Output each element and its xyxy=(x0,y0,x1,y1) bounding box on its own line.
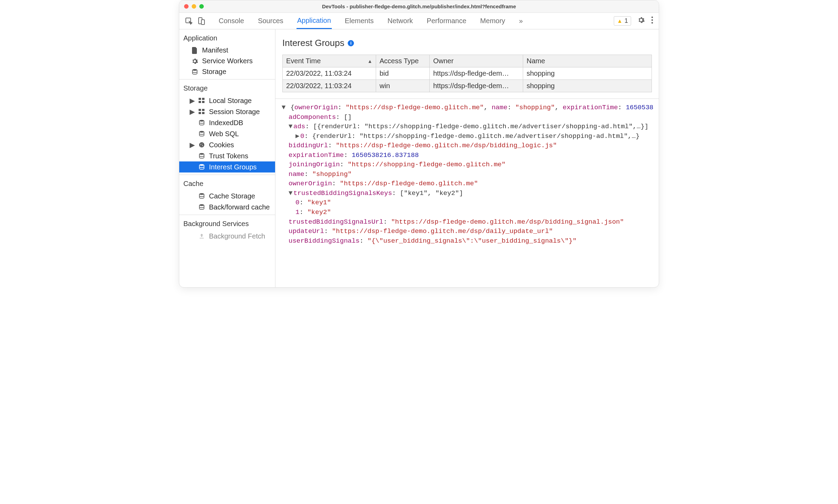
tree-root[interactable]: ▼ {ownerOrigin: "https://dsp-fledge-demo… xyxy=(275,103,659,113)
cell-name: shopping xyxy=(523,67,652,80)
table-row[interactable]: 22/03/2022, 11:03:24winhttps://dsp-fledg… xyxy=(283,80,652,92)
sidebar-item-cookies[interactable]: ▶ Cookies xyxy=(179,139,275,150)
sidebar-item-storage[interactable]: Storage xyxy=(179,66,275,77)
sidebar-item-service-workers[interactable]: Service Workers xyxy=(179,56,275,66)
sidebar-item-label: Service Workers xyxy=(202,57,253,65)
database-icon xyxy=(191,68,199,75)
cell-accessType: win xyxy=(376,80,430,92)
tree-row[interactable]: ▼ads: [{renderUrl: "https://shopping-fle… xyxy=(275,122,659,132)
tree-row[interactable]: joiningOrigin: "https://shopping-fledge-… xyxy=(275,160,659,170)
svg-point-17 xyxy=(199,142,204,148)
object-detail-tree[interactable]: ▼ {ownerOrigin: "https://dsp-fledge-demo… xyxy=(275,99,659,246)
tree-row[interactable]: name: "shopping" xyxy=(275,170,659,179)
sidebar-item-label: Back/forward cache xyxy=(209,203,270,211)
devtools-toolbar: Console Sources Application Elements Net… xyxy=(179,13,659,29)
sidebar-item-background-fetch[interactable]: ▶ Background Fetch xyxy=(179,231,275,242)
sidebar-item-bfcache[interactable]: ▶ Back/forward cache xyxy=(179,202,275,213)
database-icon xyxy=(198,119,206,126)
sidebar-item-interest-groups[interactable]: ▶ Interest Groups xyxy=(179,161,275,172)
tree-row[interactable]: ▼trustedBiddingSignalsKeys: ["key1", "ke… xyxy=(275,189,659,198)
col-owner[interactable]: Owner xyxy=(430,55,523,67)
svg-rect-13 xyxy=(199,112,201,114)
cell-eventTime: 22/03/2022, 11:03:24 xyxy=(283,67,376,80)
section-title-bg: Background Services xyxy=(179,217,275,231)
content-split: Application Manifest Service Workers Sto… xyxy=(179,29,659,287)
tab-console[interactable]: Console xyxy=(218,13,245,28)
sidebar-item-indexeddb[interactable]: ▶ IndexedDB xyxy=(179,117,275,128)
sidebar-item-label: Storage xyxy=(202,68,226,76)
svg-rect-8 xyxy=(202,98,204,100)
grid-icon xyxy=(198,98,206,103)
tab-more[interactable]: » xyxy=(518,13,523,28)
tab-memory[interactable]: Memory xyxy=(480,13,506,28)
sidebar-item-trust-tokens[interactable]: ▶ Trust Tokens xyxy=(179,150,275,161)
tab-network[interactable]: Network xyxy=(387,13,413,28)
col-access-type[interactable]: Access Type xyxy=(376,55,430,67)
close-window-button[interactable] xyxy=(184,4,189,9)
expand-icon[interactable]: ▶ xyxy=(190,108,194,116)
svg-point-25 xyxy=(199,204,204,206)
issues-warning-badge[interactable]: ▲ 1 xyxy=(614,16,631,26)
sidebar-item-label: Interest Groups xyxy=(209,163,257,171)
col-name[interactable]: Name xyxy=(523,55,652,67)
minimize-window-button[interactable] xyxy=(192,4,196,9)
expand-icon[interactable]: ▶ xyxy=(190,96,194,105)
devtools-window: DevTools - publisher-fledge-demo.glitch.… xyxy=(179,0,659,288)
sidebar-item-label: Trust Tokens xyxy=(209,152,248,160)
svg-rect-14 xyxy=(202,112,204,114)
sidebar-item-web-sql[interactable]: ▶ Web SQL xyxy=(179,128,275,139)
cell-owner: https://dsp-fledge-demo.gl… xyxy=(430,67,523,80)
more-options-icon[interactable] xyxy=(651,16,653,26)
caret-icon[interactable]: ▼ xyxy=(289,189,293,198)
inspect-element-icon[interactable] xyxy=(185,17,193,25)
tab-application[interactable]: Application xyxy=(297,13,332,29)
database-icon xyxy=(198,193,206,199)
tab-elements[interactable]: Elements xyxy=(344,13,374,28)
tree-row[interactable]: updateUrl: "https://dsp-fledge-demo.glit… xyxy=(275,227,659,236)
sidebar-item-session-storage[interactable]: ▶ Session Storage xyxy=(179,106,275,117)
maximize-window-button[interactable] xyxy=(199,4,204,9)
info-icon[interactable]: i xyxy=(348,40,354,46)
sidebar-item-manifest[interactable]: Manifest xyxy=(179,45,275,56)
sidebar-item-local-storage[interactable]: ▶ Local Storage xyxy=(179,95,275,106)
sidebar-item-label: Manifest xyxy=(202,46,228,54)
caret-icon[interactable]: ▼ xyxy=(289,122,293,132)
tree-row[interactable]: biddingUrl: "https://dsp-fledge-demo.gli… xyxy=(275,141,659,151)
tree-row[interactable]: ownerOrigin: "https://dsp-fledge-demo.gl… xyxy=(275,179,659,189)
sidebar-item-cache-storage[interactable]: ▶ Cache Storage xyxy=(179,190,275,202)
tab-sources[interactable]: Sources xyxy=(257,13,284,28)
tab-performance[interactable]: Performance xyxy=(426,13,467,28)
tree-row[interactable]: 0: "key1" xyxy=(275,198,659,208)
caret-icon[interactable]: ▶ xyxy=(295,132,300,141)
tree-row[interactable]: userBiddingSignals: "{\"user_bidding_sig… xyxy=(275,236,659,246)
settings-gear-icon[interactable] xyxy=(637,16,645,26)
sidebar-item-label: Cookies xyxy=(209,141,234,149)
database-icon xyxy=(198,130,206,137)
svg-rect-12 xyxy=(202,109,204,111)
sidebar-item-label: Session Storage xyxy=(209,108,260,116)
svg-rect-10 xyxy=(202,101,204,103)
caret-down-icon[interactable]: ▼ xyxy=(282,103,286,113)
svg-rect-9 xyxy=(199,101,201,103)
svg-rect-11 xyxy=(199,109,201,111)
sidebar-item-label: Cache Storage xyxy=(209,192,255,200)
tree-row[interactable]: adComponents: [] xyxy=(275,113,659,122)
section-title-cache: Cache xyxy=(179,177,275,190)
tree-row[interactable]: ▶0: {renderUrl: "https://shopping-fledge… xyxy=(275,132,659,141)
tree-row[interactable]: 1: "key2" xyxy=(275,208,659,217)
table-row[interactable]: 22/03/2022, 11:03:24bidhttps://dsp-fledg… xyxy=(283,67,652,80)
tree-row[interactable]: trustedBiddingSignalsUrl: "https://dsp-f… xyxy=(275,217,659,227)
tree-row[interactable]: expirationTime: 1650538216.837188 xyxy=(275,151,659,160)
device-toolbar-icon[interactable] xyxy=(197,17,206,25)
svg-point-22 xyxy=(199,153,204,155)
sidebar-item-label: IndexedDB xyxy=(209,119,243,127)
database-icon xyxy=(198,204,206,211)
col-event-time[interactable]: Event Time▲ xyxy=(283,55,376,67)
svg-point-24 xyxy=(199,193,204,195)
section-title-storage: Storage xyxy=(179,82,275,95)
window-title: DevTools - publisher-fledge-demo.glitch.… xyxy=(179,3,659,9)
expand-icon[interactable]: ▶ xyxy=(190,141,194,149)
application-sidebar: Application Manifest Service Workers Sto… xyxy=(179,29,275,287)
svg-point-18 xyxy=(200,144,201,145)
sidebar-item-label: Local Storage xyxy=(209,97,252,105)
